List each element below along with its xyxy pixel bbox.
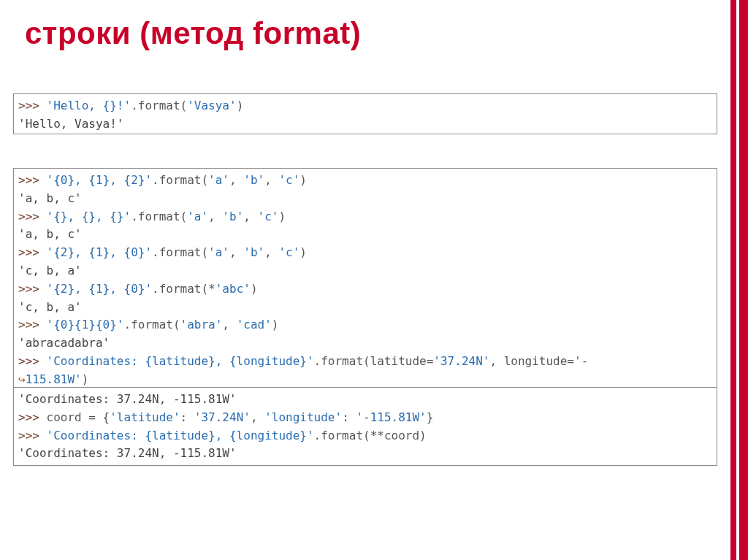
- arg: 'b': [243, 245, 264, 259]
- string-literal: '{0}, {1}, {2}': [47, 173, 153, 187]
- method-call: .format(: [152, 173, 208, 187]
- paren-close: ): [278, 210, 286, 223]
- code-block-2: >>> '{0}, {1}, {2}'.format('a', 'b', 'c'…: [13, 168, 717, 387]
- dict-val: '37.24N': [194, 410, 251, 424]
- output: 'Coordinates: 37.24N, -115.81W': [18, 392, 237, 406]
- arg: 'a': [187, 210, 208, 223]
- paren-close: ): [272, 318, 279, 331]
- string-literal: '{}, {}, {}': [47, 210, 131, 223]
- paren-close: ): [237, 99, 244, 112]
- code-block-1: >>> 'Hello, {}!'.format('Vasya') 'Hello,…: [13, 93, 717, 134]
- prompt: >>>: [18, 173, 47, 187]
- string-literal: 'Coordinates: {latitude}, {longitude}': [47, 429, 314, 442]
- string-literal: '{0}{1}{0}': [47, 318, 124, 331]
- paren-close: ): [82, 372, 89, 386]
- accent-stripe: [730, 0, 739, 560]
- output: 'Coordinates: 37.24N, -115.81W': [18, 446, 237, 460]
- slide-title: строки (метод format): [25, 16, 361, 51]
- output: 'Hello, Vasya!': [18, 117, 124, 131]
- string-literal: '{2}, {1}, {0}': [47, 282, 153, 296]
- continuation-icon: ↪: [18, 372, 26, 386]
- method-call: .format(: [131, 99, 187, 112]
- comma: ,: [264, 245, 278, 259]
- brace-close: }: [427, 410, 434, 424]
- code-block-3: 'Coordinates: 37.24N, -115.81W' >>> coor…: [13, 387, 717, 466]
- arg: 115.81W': [26, 372, 82, 386]
- arg: 'a': [208, 173, 229, 187]
- paren-close: ): [299, 173, 307, 187]
- dict-val: '-115.81W': [356, 410, 426, 424]
- method-call: .format(: [131, 210, 187, 223]
- comma: , longitude=: [489, 354, 574, 368]
- comma: ,: [251, 410, 264, 424]
- prompt: >>>: [18, 282, 47, 296]
- arg: 'c': [278, 173, 299, 187]
- slide: строки (метод format) >>> 'Hello, {}!'.f…: [0, 0, 748, 560]
- assign: coord = {: [47, 410, 110, 424]
- method-call: .format(**coord): [314, 429, 427, 442]
- colon: :: [180, 410, 194, 424]
- arg: 'abra': [180, 318, 223, 331]
- arg: '-: [574, 354, 588, 368]
- prompt: >>>: [18, 429, 47, 442]
- arg: 'b': [243, 173, 264, 187]
- comma: ,: [222, 318, 236, 331]
- paren-close: ): [251, 282, 258, 296]
- output: 'c, b, a': [18, 264, 82, 277]
- output: 'a, b, c': [18, 191, 82, 205]
- arg: '37.24N': [433, 354, 489, 368]
- prompt: >>>: [18, 210, 47, 223]
- comma: ,: [229, 245, 243, 259]
- comma: ,: [243, 210, 257, 223]
- arg: 'cad': [237, 318, 272, 331]
- comma: ,: [264, 173, 278, 187]
- method-call: .format(: [124, 318, 180, 331]
- string-literal: 'Coordinates: {latitude}, {longitude}': [47, 354, 314, 368]
- output: 'abracadabra': [18, 336, 110, 350]
- prompt: >>>: [18, 318, 47, 331]
- prompt: >>>: [18, 354, 47, 368]
- dict-key: 'longitude': [264, 410, 342, 424]
- output: 'a, b, c': [18, 227, 82, 241]
- arg: 'b': [222, 210, 243, 223]
- method-call: .format(*: [152, 282, 215, 296]
- colon: :: [342, 410, 356, 424]
- dict-key: 'latitude': [110, 410, 180, 424]
- arg: 'Vasya': [187, 99, 236, 112]
- arg: 'a': [208, 245, 229, 259]
- output: 'c, b, a': [18, 300, 82, 314]
- string-literal: '{2}, {1}, {0}': [47, 245, 153, 259]
- prompt: >>>: [18, 245, 47, 259]
- method-call: .format(latitude=: [314, 354, 434, 368]
- comma: ,: [229, 173, 243, 187]
- arg: 'c': [278, 245, 299, 259]
- arg: 'abc': [215, 282, 251, 296]
- prompt: >>>: [18, 410, 47, 424]
- string-literal: 'Hello, {}!': [47, 99, 131, 112]
- method-call: .format(: [152, 245, 208, 259]
- paren-close: ): [299, 245, 307, 259]
- arg: 'c': [258, 210, 279, 223]
- prompt: >>>: [18, 99, 47, 112]
- comma: ,: [208, 210, 222, 223]
